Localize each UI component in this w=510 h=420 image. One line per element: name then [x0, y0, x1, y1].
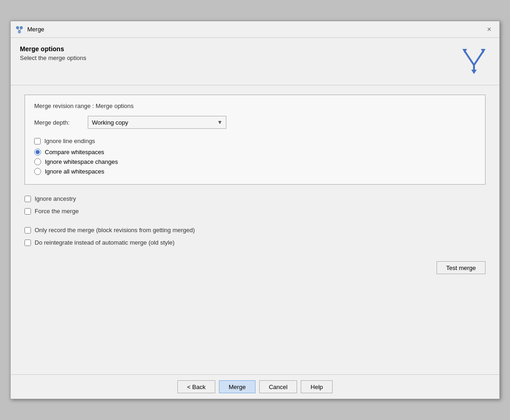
- ignore-line-endings-item[interactable]: Ignore line endings: [34, 136, 476, 146]
- options-group: Ignore line endings Compare whitespaces …: [34, 136, 476, 175]
- merge-depth-select[interactable]: Working copy Infinity Immediate children…: [88, 116, 226, 129]
- ignore-all-whitespaces-item[interactable]: Ignore all whitespaces: [34, 168, 476, 175]
- svg-point-1: [20, 26, 23, 29]
- cancel-button[interactable]: Cancel: [259, 380, 297, 393]
- svg-line-4: [474, 51, 483, 65]
- header-subtitle: Select the merge options: [20, 54, 86, 61]
- help-button[interactable]: Help: [301, 380, 333, 393]
- force-merge-checkbox[interactable]: [24, 208, 31, 215]
- extra-options-group: Ignore ancestry Force the merge: [24, 194, 486, 216]
- title-bar: Merge ×: [11, 21, 499, 38]
- window-title-icon: [15, 25, 24, 34]
- force-merge-item[interactable]: Force the merge: [24, 206, 486, 216]
- footer: < Back Merge Cancel Help: [11, 374, 499, 399]
- only-record-label: Only record the merge (block revisions f…: [35, 227, 195, 234]
- compare-whitespaces-label: Compare whitespaces: [45, 149, 104, 156]
- group-box-title: Merge revision range : Merge options: [34, 102, 476, 109]
- merge-depth-label: Merge depth:: [34, 119, 80, 126]
- svg-line-3: [465, 51, 474, 65]
- only-record-item[interactable]: Only record the merge (block revisions f…: [24, 225, 486, 235]
- svg-point-0: [16, 26, 19, 29]
- do-reintegrate-label: Do reintegrate instead of automatic merg…: [35, 239, 175, 246]
- record-options-group: Only record the merge (block revisions f…: [24, 225, 486, 247]
- merge-icon-area: [458, 45, 490, 78]
- do-reintegrate-checkbox[interactable]: [24, 240, 31, 246]
- compare-whitespaces-radio[interactable]: [34, 149, 41, 156]
- header-title: Merge options: [20, 45, 86, 53]
- only-record-checkbox[interactable]: [24, 227, 31, 234]
- merge-depth-select-wrapper[interactable]: Working copy Infinity Immediate children…: [88, 116, 226, 129]
- merge-button[interactable]: Merge: [219, 380, 255, 393]
- force-merge-label: Force the merge: [35, 208, 79, 215]
- window-title: Merge: [27, 26, 44, 33]
- content-area: Merge revision range : Merge options Mer…: [11, 85, 499, 374]
- header-text: Merge options Select the merge options: [20, 45, 86, 61]
- ignore-whitespace-changes-item[interactable]: Ignore whitespace changes: [34, 158, 476, 165]
- test-merge-button[interactable]: Test merge: [437, 261, 486, 274]
- svg-marker-6: [471, 70, 477, 74]
- ignore-all-whitespaces-radio[interactable]: [34, 168, 41, 175]
- merge-icon: [460, 48, 488, 75]
- svg-point-2: [18, 30, 21, 33]
- ignore-line-endings-checkbox[interactable]: [34, 138, 41, 144]
- ignore-all-whitespaces-label: Ignore all whitespaces: [45, 168, 104, 175]
- back-button[interactable]: < Back: [177, 380, 215, 393]
- do-reintegrate-item[interactable]: Do reintegrate instead of automatic merg…: [24, 238, 486, 247]
- close-button[interactable]: ×: [484, 24, 495, 35]
- ignore-whitespace-changes-label: Ignore whitespace changes: [45, 158, 118, 165]
- test-merge-row: Test merge: [24, 261, 486, 274]
- header-section: Merge options Select the merge options: [11, 38, 499, 85]
- ignore-ancestry-label: Ignore ancestry: [35, 195, 76, 202]
- ignore-whitespace-changes-radio[interactable]: [34, 158, 41, 165]
- merge-options-group: Merge revision range : Merge options Mer…: [24, 95, 486, 185]
- title-bar-left: Merge: [15, 25, 44, 34]
- ignore-ancestry-checkbox[interactable]: [24, 196, 31, 202]
- ignore-ancestry-item[interactable]: Ignore ancestry: [24, 194, 486, 204]
- compare-whitespaces-item[interactable]: Compare whitespaces: [34, 149, 476, 156]
- ignore-line-endings-label: Ignore line endings: [44, 138, 95, 144]
- merge-dialog: Merge × Merge options Select the merge o…: [10, 21, 500, 399]
- merge-depth-row: Merge depth: Working copy Infinity Immed…: [34, 116, 476, 129]
